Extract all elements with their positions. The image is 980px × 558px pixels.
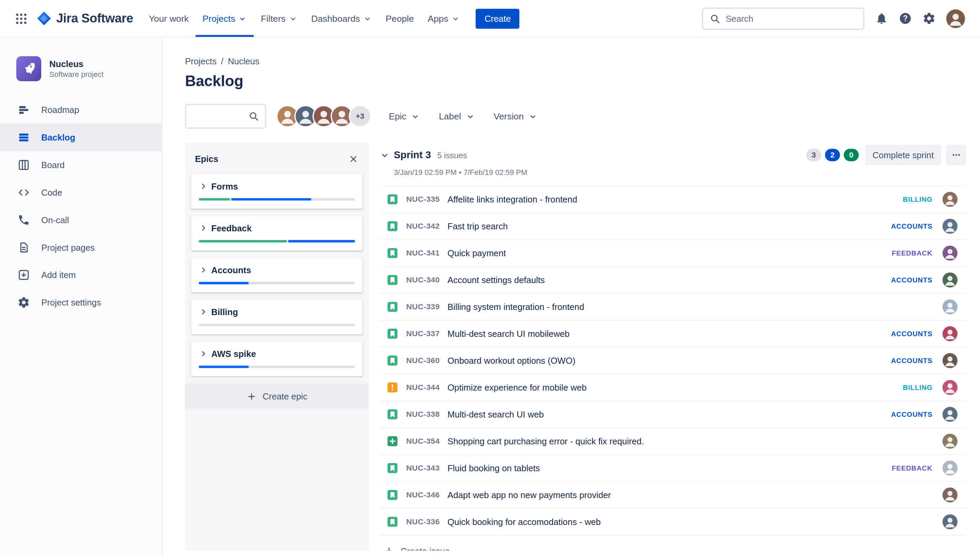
sidebar-item-roadmap[interactable]: Roadmap xyxy=(0,96,162,124)
settings-icon[interactable] xyxy=(923,12,936,25)
more-icon[interactable] xyxy=(946,145,966,165)
sidebar-item-code[interactable]: Code xyxy=(0,179,162,206)
assignee-avatar[interactable] xyxy=(942,192,957,207)
assignee-avatar[interactable] xyxy=(942,380,957,395)
sidebar-item-add-item[interactable]: Add item xyxy=(0,261,162,289)
epic-filter-dropdown[interactable]: Epic xyxy=(387,108,422,125)
sidebar-item-board[interactable]: Board xyxy=(0,151,162,179)
oncall-icon xyxy=(17,214,30,226)
version-filter-dropdown[interactable]: Version xyxy=(492,108,539,125)
issue-row[interactable]: NUC-342Fast trip searchACCOUNTS xyxy=(380,213,966,240)
create-issue-button[interactable]: Create issue xyxy=(382,543,451,550)
assignee-avatar[interactable] xyxy=(942,407,957,422)
chevron-down-icon xyxy=(238,14,247,23)
assignee-avatar[interactable] xyxy=(942,434,957,449)
issue-row[interactable]: NUC-337Multi-dest search UI mobilewebACC… xyxy=(380,320,966,347)
backlog-search-input[interactable] xyxy=(193,111,248,121)
pages-icon xyxy=(17,241,30,254)
roadmap-icon xyxy=(17,104,30,117)
assignee-avatar[interactable] xyxy=(942,326,957,341)
chevron-right-icon[interactable] xyxy=(199,223,208,233)
sprint-collapse-icon[interactable] xyxy=(380,147,392,162)
sidebar-item-on-call[interactable]: On-call xyxy=(0,206,162,234)
sidebar-item-project-pages[interactable]: Project pages xyxy=(0,234,162,261)
sidebar-item-backlog[interactable]: Backlog xyxy=(0,124,162,151)
epic-card-billing[interactable]: Billing xyxy=(191,300,363,335)
epic-progress-bar xyxy=(199,366,355,368)
create-epic-label: Create epic xyxy=(263,391,307,401)
assignee-avatar[interactable] xyxy=(942,514,957,529)
assignee-avatar[interactable] xyxy=(942,487,957,502)
nav-item-label: People xyxy=(386,13,414,23)
breadcrumb-project[interactable]: Nucleus xyxy=(228,56,259,66)
sidebar-item-label: Add item xyxy=(41,270,76,280)
issue-row[interactable]: NUC-340Account settings defaultsACCOUNTS xyxy=(380,267,966,294)
backlog-search[interactable] xyxy=(185,104,266,129)
epic-card-feedback[interactable]: Feedback xyxy=(191,217,363,251)
issue-row[interactable]: NUC-354Shopping cart purchasing error - … xyxy=(380,428,966,455)
epic-label: BILLING xyxy=(903,195,932,203)
sidebar-item-project-settings[interactable]: Project settings xyxy=(0,289,162,317)
assignee-avatar[interactable] xyxy=(942,272,957,287)
issue-row[interactable]: NUC-344Optimize experience for mobile we… xyxy=(380,374,966,401)
sidebar-item-label: Backlog xyxy=(41,132,75,142)
search-icon xyxy=(709,13,721,24)
nav-item-filters[interactable]: Filters xyxy=(254,0,304,37)
issue-row[interactable]: NUC-341Quick paymentFEEDBACK xyxy=(380,240,966,267)
chevron-right-icon[interactable] xyxy=(199,349,208,359)
project-type: Software project xyxy=(49,70,103,79)
user-avatar[interactable] xyxy=(946,9,965,28)
assignee-avatar[interactable] xyxy=(942,461,957,476)
breadcrumb-projects[interactable]: Projects xyxy=(185,56,217,66)
breadcrumb: Projects / Nucleus xyxy=(185,56,966,66)
issue-row[interactable]: NUC-339Billing system integration - fron… xyxy=(380,294,966,320)
issue-key: NUC-342 xyxy=(406,222,443,231)
notifications-icon[interactable] xyxy=(875,12,888,25)
issue-row[interactable]: NUC-338Multi-dest search UI webACCOUNTS xyxy=(380,401,966,428)
create-button[interactable]: Create xyxy=(476,8,520,29)
create-issue-label: Create issue xyxy=(401,546,450,550)
backlog-icon xyxy=(17,131,30,144)
chevron-right-icon[interactable] xyxy=(199,265,208,275)
help-icon[interactable] xyxy=(899,12,912,25)
create-epic-button[interactable]: Create epic xyxy=(185,384,369,409)
epic-card-aws-spike[interactable]: AWS spike xyxy=(191,342,363,376)
issue-row[interactable]: NUC-346Adapt web app no new payments pro… xyxy=(380,482,966,509)
epic-label: FEEDBACK xyxy=(892,464,933,472)
issue-row[interactable]: NUC-336Quick booking for accomodations -… xyxy=(380,509,966,535)
story-icon xyxy=(387,194,397,204)
jira-logo[interactable]: Jira Software xyxy=(36,11,133,26)
assignee-avatar[interactable] xyxy=(942,299,957,314)
app-switcher-icon[interactable] xyxy=(11,8,31,29)
label-filter-dropdown[interactable]: Label xyxy=(438,108,476,125)
sprint-issue-count: 5 issues xyxy=(437,150,467,160)
complete-sprint-button[interactable]: Complete sprint xyxy=(865,145,941,165)
epic-name: Feedback xyxy=(211,223,252,233)
nav-item-dashboards[interactable]: Dashboards xyxy=(304,0,379,37)
epic-card-accounts[interactable]: Accounts xyxy=(191,258,363,293)
issue-row[interactable]: NUC-343Fluid booking on tabletsFEEDBACK xyxy=(380,455,966,482)
epic-label: ACCOUNTS xyxy=(891,330,933,338)
dropdown-label: Label xyxy=(439,111,461,121)
assignee-avatar[interactable] xyxy=(942,246,957,261)
sidebar-item-label: Code xyxy=(41,187,62,197)
issue-row[interactable]: NUC-335Affelite links integration - fron… xyxy=(380,186,966,213)
chevron-right-icon[interactable] xyxy=(199,181,208,191)
assignee-avatar[interactable] xyxy=(942,353,957,368)
chevron-right-icon[interactable] xyxy=(199,307,208,317)
assignee-avatar[interactable] xyxy=(942,219,957,234)
close-icon[interactable] xyxy=(345,151,361,167)
issue-row[interactable]: NUC-360Onboard workout options (OWO)ACCO… xyxy=(380,347,966,374)
nav-item-apps[interactable]: Apps xyxy=(420,0,467,37)
nav-item-projects[interactable]: Projects xyxy=(196,0,254,37)
global-search[interactable] xyxy=(702,7,865,30)
epic-card-forms[interactable]: Forms xyxy=(191,174,363,208)
sprint-section: Sprint 3 5 issues 320 Complete sprint 3/… xyxy=(380,143,966,550)
nav-item-people[interactable]: People xyxy=(379,0,420,37)
epic-progress-bar xyxy=(199,198,355,200)
epic-progress-bar xyxy=(199,282,355,284)
nav-item-your-work[interactable]: Your work xyxy=(142,0,196,37)
epic-name: Billing xyxy=(211,307,238,317)
global-search-input[interactable] xyxy=(726,13,857,23)
avatar-overflow-badge[interactable]: +3 xyxy=(349,105,371,128)
